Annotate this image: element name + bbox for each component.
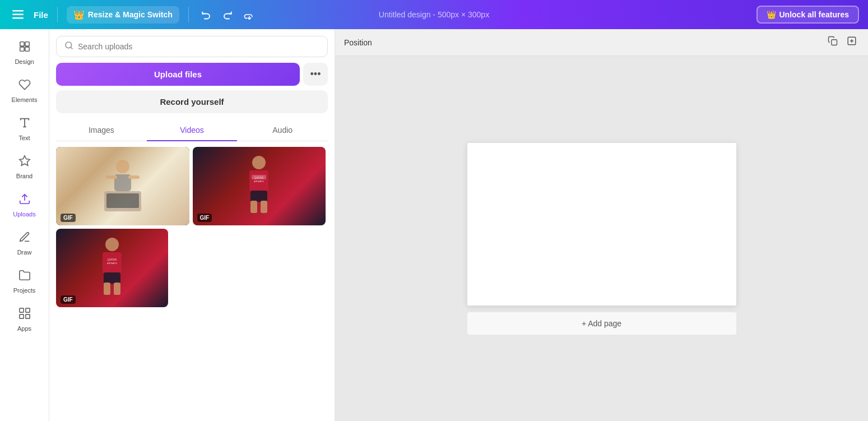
add-canvas-button[interactable] — [844, 34, 859, 51]
svg-rect-5 — [20, 47, 24, 51]
position-label: Position — [344, 38, 372, 47]
elements-icon — [18, 78, 31, 94]
uploads-label: Uploads — [13, 211, 35, 218]
text-icon — [18, 117, 31, 132]
undo-button[interactable] — [198, 7, 215, 22]
unlock-features-button[interactable]: 👑 Unlock all features — [756, 6, 860, 24]
svg-rect-12 — [25, 308, 29, 312]
crown-icon: 👑 — [73, 10, 85, 20]
svg-rect-4 — [25, 42, 29, 46]
sidebar-item-brand[interactable]: Brand — [0, 148, 49, 186]
svg-rect-0 — [12, 10, 24, 12]
canvas-area: Position + A — [335, 29, 868, 421]
svg-rect-20 — [128, 175, 140, 179]
topbar-divider — [57, 7, 58, 22]
media-scroll-container[interactable]: GIF — [56, 141, 328, 422]
tab-videos[interactable]: Videos — [147, 120, 238, 141]
uploads-icon — [18, 193, 31, 209]
svg-point-23 — [252, 156, 266, 169]
gif-badge-2: GIF — [197, 214, 212, 222]
upload-row: Upload files ••• — [56, 63, 328, 86]
hamburger-menu-button[interactable] — [9, 8, 27, 21]
main-layout: Design Elements Text — [0, 29, 868, 421]
search-icon — [64, 41, 73, 52]
sidebar-item-elements[interactable]: Elements — [0, 72, 49, 110]
svg-rect-3 — [20, 42, 24, 46]
svg-rect-27 — [261, 201, 267, 213]
projects-label: Projects — [13, 287, 36, 294]
gif-badge-3: GIF — [61, 295, 76, 304]
search-input[interactable] — [78, 42, 319, 51]
media-item-2[interactable]: QATAR AIRWAYS GIF — [193, 147, 326, 225]
tab-images[interactable]: Images — [56, 120, 147, 141]
svg-point-31 — [105, 238, 119, 251]
svg-text:QATAR: QATAR — [254, 176, 264, 179]
file-menu-button[interactable]: File — [34, 10, 48, 20]
svg-rect-26 — [250, 201, 257, 213]
topbar-actions — [198, 7, 258, 22]
elements-label: Elements — [12, 96, 38, 103]
svg-rect-11 — [19, 308, 23, 312]
media-item-1[interactable]: GIF — [56, 147, 189, 225]
media-tabs: Images Videos Audio — [56, 120, 328, 141]
topbar-right: 👑 Unlock all features — [756, 6, 860, 24]
magic-switch-button[interactable]: 👑 Resize & Magic Switch — [67, 6, 179, 24]
svg-rect-19 — [106, 175, 117, 179]
design-icon — [18, 40, 31, 56]
canvas-viewport[interactable]: + Add page — [335, 56, 868, 421]
svg-rect-1 — [12, 14, 24, 16]
unlock-crown-icon: 👑 — [767, 10, 776, 19]
draw-label: Draw — [17, 249, 32, 256]
media-grid: GIF — [56, 147, 328, 307]
tab-audio[interactable]: Audio — [237, 120, 328, 141]
svg-rect-25 — [250, 191, 267, 202]
svg-point-17 — [116, 160, 129, 173]
apps-icon — [18, 307, 31, 323]
svg-rect-34 — [104, 283, 110, 295]
magic-switch-label: Resize & Magic Switch — [88, 10, 173, 19]
draw-icon — [18, 231, 31, 247]
canvas-toolbar-right — [825, 34, 859, 51]
record-yourself-button[interactable]: Record yourself — [56, 90, 328, 113]
svg-rect-2 — [12, 17, 24, 19]
svg-line-16 — [71, 47, 72, 49]
panel-collapse-handle[interactable] — [335, 214, 335, 237]
apps-label: Apps — [17, 325, 31, 332]
media-item-3[interactable]: QATAR AIRWAYS GIF — [56, 229, 168, 307]
svg-marker-9 — [19, 156, 29, 165]
sidebar-narrow: Design Elements Text — [0, 29, 49, 421]
canvas-page — [467, 143, 736, 306]
projects-icon — [18, 269, 31, 285]
brand-icon — [18, 155, 31, 170]
svg-text:AIRWAYS: AIRWAYS — [254, 180, 264, 183]
copy-canvas-button[interactable] — [825, 34, 840, 51]
add-page-button[interactable]: + Add page — [467, 312, 736, 335]
svg-rect-13 — [19, 314, 23, 318]
canvas-toolbar: Position — [335, 29, 868, 56]
svg-rect-35 — [114, 283, 120, 295]
cloud-save-button[interactable] — [240, 7, 258, 22]
sidebar-item-design[interactable]: Design — [0, 34, 49, 72]
text-label: Text — [18, 135, 30, 141]
sidebar-item-draw[interactable]: Draw — [0, 224, 49, 262]
redo-button[interactable] — [219, 7, 236, 22]
sidebar-item-text[interactable]: Text — [0, 110, 49, 148]
more-options-button[interactable]: ••• — [303, 63, 328, 86]
media-thumbnail-2: QATAR AIRWAYS — [193, 147, 326, 225]
gif-badge-1: GIF — [61, 214, 76, 222]
svg-text:AIRWAYS: AIRWAYS — [107, 262, 117, 265]
svg-rect-14 — [25, 314, 29, 318]
sidebar-item-uploads[interactable]: Uploads — [0, 186, 49, 224]
sidebar-item-projects[interactable]: Projects — [0, 262, 49, 300]
uploads-panel: Upload files ••• Record yourself Images … — [49, 29, 335, 421]
media-thumbnail-1 — [56, 147, 189, 225]
svg-rect-22 — [106, 193, 139, 208]
brand-label: Brand — [16, 173, 33, 179]
upload-files-button[interactable]: Upload files — [56, 63, 300, 86]
unlock-label: Unlock all features — [779, 10, 850, 19]
sidebar-item-apps[interactable]: Apps — [0, 300, 49, 339]
design-title-text: Untitled design - 500px × 300px — [379, 10, 489, 19]
design-label: Design — [15, 58, 34, 65]
topbar: File 👑 Resize & Magic Switch — [0, 0, 868, 29]
design-title: Untitled design - 500px × 300px — [379, 10, 489, 19]
